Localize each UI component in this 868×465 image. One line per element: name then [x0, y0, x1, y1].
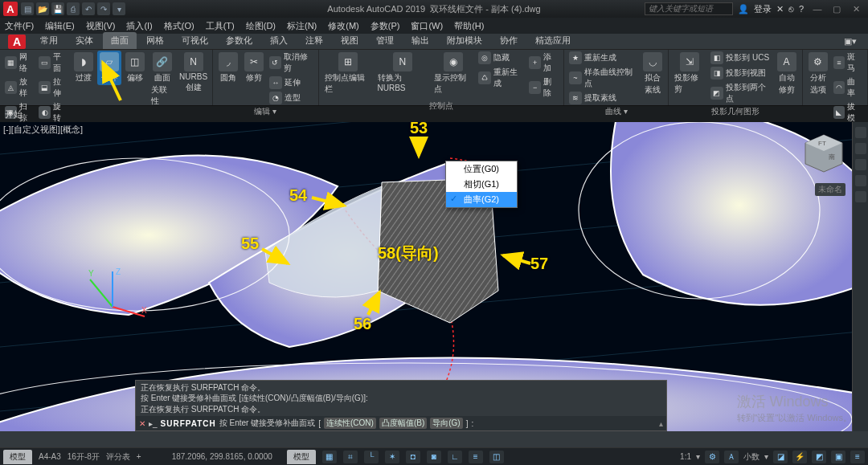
maximize-button[interactable]: ▢: [828, 2, 845, 15]
orbit-icon[interactable]: [855, 175, 866, 186]
qat-new-icon[interactable]: ▤: [21, 2, 34, 15]
menu-item[interactable]: 插入(I): [126, 20, 152, 32]
zebra-button[interactable]: ≡斑马: [832, 51, 864, 75]
osnap-icon[interactable]: ◘: [406, 451, 420, 463]
command-input[interactable]: ✕ ▸_ SURFPATCH 按 Enter 键接受修补曲面或 [连续性(CON…: [136, 416, 666, 430]
continuity-g1[interactable]: 相切(G1): [446, 177, 517, 192]
add-cv-button[interactable]: +添加: [527, 51, 560, 75]
ribbon-tab[interactable]: 管理: [368, 32, 402, 49]
offset-button[interactable]: ◫偏移: [123, 51, 147, 85]
qat-redo-icon[interactable]: ↷: [97, 2, 110, 15]
ribbon-tab[interactable]: 精选应用: [527, 32, 579, 49]
ribbon-tab[interactable]: 参数化: [218, 32, 260, 49]
menu-item[interactable]: 编辑(E): [45, 20, 75, 32]
signin-label[interactable]: 登录: [754, 3, 772, 15]
ribbon-tab[interactable]: 视图: [333, 32, 366, 49]
qat-saveas-icon[interactable]: ⎙: [67, 2, 80, 15]
cmd-close-icon[interactable]: ✕: [139, 419, 145, 428]
transparency-icon[interactable]: ◫: [489, 451, 504, 463]
ribbon-tab[interactable]: 网格: [138, 32, 172, 49]
showmotion-icon[interactable]: [855, 191, 866, 202]
to-nurbs-button[interactable]: N转换为NURBS: [375, 51, 431, 94]
menu-item[interactable]: 工具(T): [206, 20, 235, 32]
isoline-button[interactable]: ≋提取素线: [567, 91, 639, 105]
patch-button[interactable]: ▱修补: [97, 51, 121, 85]
polar-icon[interactable]: ✶: [385, 451, 399, 463]
project-view-button[interactable]: ◨投影到视图: [709, 66, 772, 80]
file-tab-start[interactable]: 开始: [5, 108, 23, 120]
spline-cv-button[interactable]: ~样条曲线控制点: [567, 66, 639, 90]
qat-save-icon[interactable]: 💾: [51, 2, 64, 15]
qat-more-icon[interactable]: ▾: [113, 2, 125, 15]
isoview-icon[interactable]: ◪: [773, 451, 788, 463]
assoc-button[interactable]: 🔗曲面关联性: [149, 51, 176, 108]
cmd-expand-icon[interactable]: ▴: [659, 419, 663, 428]
menu-item[interactable]: 帮助(H): [454, 20, 484, 32]
snap-icon[interactable]: ⌗: [343, 451, 358, 463]
revolve-button[interactable]: ◐旋转: [37, 100, 69, 124]
menu-item[interactable]: 修改(M): [328, 20, 359, 32]
fillet-button[interactable]: ◞圆角: [216, 51, 240, 85]
command-window[interactable]: 正在恢复执行 SURFPATCH 命令。 按 Enter 键接受修补曲面或 [连…: [135, 380, 667, 432]
exchange-icon[interactable]: ✕: [776, 4, 784, 14]
ribbon-tab[interactable]: 附加模块: [439, 32, 490, 49]
planar-button[interactable]: ▭平面: [37, 51, 69, 75]
otrack-icon[interactable]: ∟: [448, 451, 462, 463]
layout-tab[interactable]: A4-A3: [39, 452, 61, 461]
draft-button[interactable]: ◣拔模: [832, 100, 864, 124]
regen-button[interactable]: ★重新生成: [567, 51, 639, 65]
extrude-button[interactable]: ⬓拉伸: [37, 75, 69, 100]
ribbon-tab[interactable]: 常用: [32, 32, 66, 49]
help-search-input[interactable]: 键入关键字或短语: [645, 2, 733, 15]
menu-item[interactable]: 文件(F): [5, 20, 34, 32]
loft-button[interactable]: ◬放样: [3, 75, 35, 100]
pan-icon[interactable]: [855, 143, 866, 154]
ribbon-tab[interactable]: 输出: [403, 32, 437, 49]
nurbs-create-button[interactable]: NNURBS创建: [178, 51, 209, 95]
sculpt-button[interactable]: ◔造型: [268, 91, 315, 105]
ribbon-tab[interactable]: 可视化: [174, 32, 216, 49]
hardware-icon[interactable]: ⚡: [792, 451, 807, 463]
fit-button[interactable]: ◡拟合素线: [641, 51, 665, 97]
layout-tab[interactable]: 评分表: [106, 451, 130, 463]
opt-bulge[interactable]: 凸度幅值(B): [379, 418, 427, 429]
ortho-icon[interactable]: └: [364, 451, 379, 463]
curvature-button[interactable]: ◠曲率: [832, 75, 864, 100]
signin-icon[interactable]: 👤: [738, 4, 749, 14]
menu-item[interactable]: 标注(N): [287, 20, 317, 32]
hide-cv-button[interactable]: ◎隐藏: [477, 51, 526, 65]
layout-add-icon[interactable]: +: [137, 452, 141, 461]
ribbon-tab[interactable]: 曲面: [103, 32, 137, 49]
anno-scale[interactable]: 1:1: [680, 452, 691, 461]
extend-button[interactable]: ↔延伸: [268, 75, 315, 90]
trim-button[interactable]: ✂修剪: [242, 51, 266, 85]
cv-edit-button[interactable]: ⊞控制点编辑栏: [322, 51, 374, 96]
analysis-opts-button[interactable]: ⚙分析选项: [806, 51, 830, 97]
menu-item[interactable]: 绘图(D): [246, 20, 276, 32]
continuity-g2[interactable]: 曲率(G2): [446, 192, 517, 207]
3dosnap-icon[interactable]: ◙: [427, 451, 441, 463]
zoom-icon[interactable]: [855, 159, 866, 170]
viewcube[interactable]: FT 南: [802, 132, 845, 180]
isolate-icon[interactable]: ◩: [812, 451, 826, 463]
ribbon-tab[interactable]: 注释: [297, 32, 331, 49]
navwheel-icon[interactable]: [855, 127, 866, 138]
ribbon-tab[interactable]: 协作: [492, 32, 526, 49]
network-surface-button[interactable]: ▦网络: [3, 51, 35, 75]
blend-button[interactable]: ◗过渡: [72, 51, 96, 85]
rebuild-button[interactable]: ♺重新生成: [477, 66, 526, 90]
ribbon-tab[interactable]: 插入: [262, 32, 296, 49]
continuity-g0[interactable]: 位置(G0): [446, 161, 517, 177]
menu-item[interactable]: 格式(O): [164, 20, 194, 32]
menu-item[interactable]: 窗口(W): [411, 20, 443, 32]
untrim-button[interactable]: ↺取消修剪: [268, 51, 315, 75]
cloud-icon[interactable]: ⎋: [788, 4, 794, 14]
minimize-button[interactable]: —: [809, 2, 826, 15]
qat-undo-icon[interactable]: ↶: [82, 2, 95, 15]
menu-item[interactable]: 参数(P): [371, 20, 400, 32]
close-button[interactable]: ✕: [847, 2, 865, 15]
opt-continuity[interactable]: 连续性(CON): [324, 418, 376, 429]
app-menu-button[interactable]: A: [3, 35, 31, 49]
layout-tab-model[interactable]: 模型: [3, 450, 32, 464]
ribbon-tab[interactable]: 实体: [68, 32, 101, 49]
